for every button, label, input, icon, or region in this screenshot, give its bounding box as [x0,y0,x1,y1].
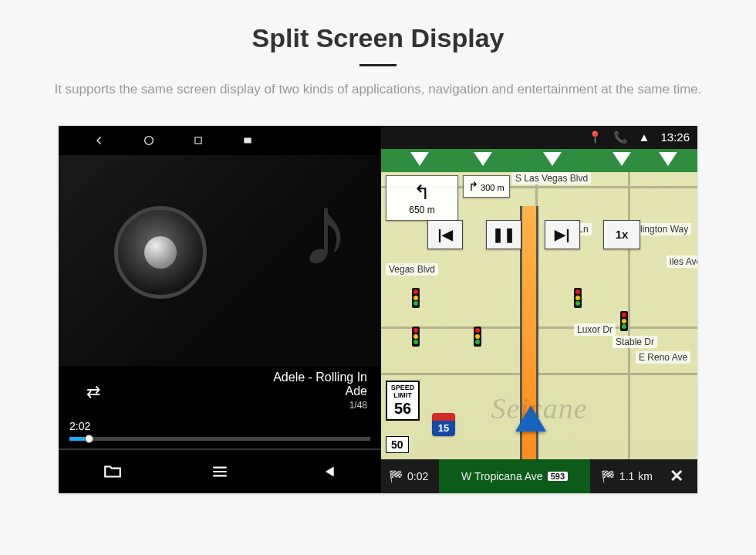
eta-block[interactable]: 🏁 0:02 [389,469,428,483]
remaining-distance: 1.1 [619,470,634,482]
street-label: E Reno Ave [636,351,690,364]
home-icon[interactable] [142,134,156,147]
lane-arrow-icon [613,152,631,166]
map-area[interactable]: S Las Vegas Blvd Koval Ln Duke Ellington… [381,172,697,459]
road-line [381,327,697,329]
shuffle-icon[interactable]: ⇄ [86,382,100,402]
phone-icon: 📞 [613,130,628,144]
album-art-area: ♪ [59,155,381,366]
back-icon[interactable] [93,134,106,147]
track-artist: Ade [273,384,367,398]
status-bar: 📍 📞 ▲ 13:26 [381,126,697,149]
previous-track-icon[interactable] [316,460,339,483]
eta-value: 0:02 [407,470,428,482]
street-label: Luxor Dr [574,323,616,336]
android-nav-bar [59,126,381,155]
sim-speed-button[interactable]: 1x [603,220,640,249]
screenshot-icon[interactable] [241,134,255,147]
traffic-light-icon [412,327,420,347]
track-index: 1/48 [273,400,367,411]
street-label: Vegas Blvd [386,263,438,276]
elapsed-time: 2:02 [69,420,90,432]
title-divider [359,64,397,66]
close-button[interactable]: ✕ [663,466,690,486]
track-meta: Adele - Rolling In Ade 1/48 [259,371,381,414]
street-label: S Las Vegas Blvd [512,172,591,184]
speed-limit-label: SPEED LIMIT [387,384,418,400]
flag-icon: 🏁 [389,469,403,483]
location-icon: 📍 [588,130,602,144]
traffic-light-icon [474,327,481,347]
shuffle-row: ⇄ Adele - Rolling In Ade 1/48 [59,366,381,417]
nav-bottom-bar: 🏁 0:02 W Tropicana Ave 593 🏁 1.1 km ✕ [381,459,697,493]
device-screenshot: ♪ ⇄ Adele - Rolling In Ade 1/48 2:02 [59,126,697,493]
speed-limit-sign: SPEED LIMIT 56 [386,381,420,421]
sim-prev-button[interactable]: |◀ [427,220,463,249]
speed-limit-value: 56 [387,400,418,418]
road-number-pill: 593 [548,472,568,481]
remaining-unit: km [638,470,653,482]
svg-rect-1 [195,137,201,144]
remaining-distance-block[interactable]: 🏁 1.1 km [601,469,653,483]
lane-arrow-icon [659,152,677,166]
road-line [381,373,697,375]
turn-distance: 650 [409,205,424,215]
simulation-controls: |◀ ❚❚ ▶| 1x [427,220,640,249]
road-line [628,172,630,459]
next-turn-card: ↱ 300 m [463,175,510,198]
route-shield: 50 [386,436,409,453]
turn-right-icon: ↱ [468,180,478,193]
lane-arrow-icon [474,152,492,166]
turn-left-icon: ↰ [391,181,453,205]
folder-icon[interactable] [101,460,124,483]
current-road-banner: W Tropicana Ave 593 [439,459,590,493]
traffic-light-icon [412,288,420,308]
vehicle-cursor-icon [515,405,546,431]
progress-row: 2:02 [59,417,381,448]
music-note-icon: ♪ [300,172,350,288]
recent-apps-icon[interactable] [191,134,205,147]
page-subtitle: It supports the same screen display of t… [54,80,701,100]
turn-card[interactable]: ↰ 650 m [386,175,458,222]
svg-rect-2 [244,137,251,143]
sim-next-button[interactable]: ▶| [545,220,580,249]
next-turn-unit: m [497,183,504,192]
turn-unit: m [427,205,435,215]
sim-pause-button[interactable]: ❚❚ [486,220,521,249]
wifi-icon: ▲ [639,130,650,144]
current-road-name: W Tropicana Ave [461,470,543,482]
street-label: iles Ave [667,256,697,268]
interstate-shield: 15 [432,413,455,436]
joystick-graphic [114,206,207,299]
svg-point-0 [145,136,154,144]
traffic-light-icon [620,311,628,331]
lane-arrow-icon [543,152,562,166]
music-panel: ♪ ⇄ Adele - Rolling In Ade 1/48 2:02 [59,126,381,493]
playlist-icon[interactable] [208,460,231,483]
progress-bar[interactable] [69,437,370,441]
lane-arrow-icon [410,152,429,166]
progress-handle[interactable] [85,435,93,443]
progress-fill [69,437,85,441]
track-title: Adele - Rolling In [273,371,367,384]
navigation-panel: 📍 📞 ▲ 13:26 S Las Vegas Blvd Koval Ln Du [381,126,697,493]
clock: 13:26 [660,130,690,144]
page-title: Split Screen Display [252,23,505,53]
next-turn-distance: 300 [481,183,494,192]
traffic-light-icon [574,288,582,308]
flag-icon: 🏁 [601,469,616,483]
music-bottom-bar [59,448,381,493]
street-label: Stable Dr [613,336,657,348]
lane-guidance-strip [381,149,697,172]
